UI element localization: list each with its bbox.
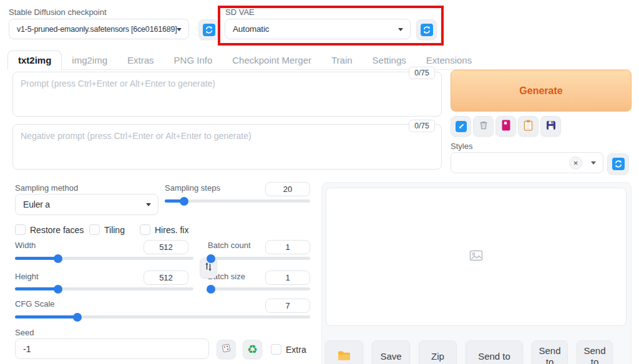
cfg-scale-slider[interactable] xyxy=(15,315,310,318)
chevron-down-icon xyxy=(146,203,151,206)
apply-style-button[interactable] xyxy=(518,116,539,136)
send-to-img2img-button[interactable]: Send to xyxy=(466,340,523,364)
paste-params-button[interactable] xyxy=(451,116,471,136)
sampling-steps-input[interactable] xyxy=(265,182,310,196)
chevron-down-icon xyxy=(177,28,182,31)
batch-count-input[interactable] xyxy=(265,240,310,254)
tab-txt2img[interactable]: txt2img xyxy=(7,50,62,70)
tiling-checkbox[interactable] xyxy=(89,224,100,235)
image-preview-area[interactable] xyxy=(326,188,627,326)
image-placeholder-icon xyxy=(469,249,483,265)
reuse-seed-button[interactable]: ♻ xyxy=(243,340,262,359)
extra-seed-checkbox-row[interactable]: Extra xyxy=(271,344,306,355)
width-label: Width xyxy=(15,241,36,250)
slider-thumb[interactable] xyxy=(180,197,188,206)
random-seed-button[interactable] xyxy=(217,340,236,359)
clipboard-icon xyxy=(524,120,533,133)
refresh-icon xyxy=(203,24,215,36)
dice-icon xyxy=(221,343,232,356)
chevron-down-icon xyxy=(591,161,596,165)
tiling-checkbox-row[interactable]: Tiling xyxy=(89,224,125,235)
restore-faces-checkbox-row[interactable]: Restore faces xyxy=(15,224,84,235)
save-button[interactable]: Save xyxy=(372,340,410,364)
tiling-label: Tiling xyxy=(104,225,125,235)
seed-label: Seed xyxy=(15,328,34,337)
negative-prompt-token-counter: 0/75 xyxy=(409,120,435,132)
extra-networks-card-icon xyxy=(502,120,510,133)
restore-faces-checkbox[interactable] xyxy=(15,224,26,235)
batch-size-input[interactable] xyxy=(265,271,310,285)
tab-train[interactable]: Train xyxy=(321,50,363,69)
vae-label: SD VAE xyxy=(225,7,255,17)
height-input[interactable] xyxy=(144,271,188,285)
output-gallery-panel: Save Zip Send to Send to Send to xyxy=(321,182,632,364)
sampling-method-dropdown[interactable]: Euler a xyxy=(15,194,159,215)
sampling-steps-label: Sampling steps xyxy=(165,183,220,193)
batch-count-slider[interactable] xyxy=(208,257,310,260)
hires-fix-checkbox[interactable] xyxy=(140,224,150,235)
refresh-styles-button[interactable] xyxy=(607,153,629,175)
prompt-token-counter: 0/75 xyxy=(409,67,435,79)
tab-checkpoint-merger[interactable]: Checkpoint Merger xyxy=(222,50,321,69)
gallery-button-row: Save Zip Send to Send to Send to xyxy=(325,340,613,364)
slider-thumb[interactable] xyxy=(207,254,215,263)
refresh-icon xyxy=(612,158,625,170)
prompt-input[interactable] xyxy=(12,72,442,117)
extra-seed-checkbox[interactable] xyxy=(271,344,281,355)
slider-thumb[interactable] xyxy=(73,313,82,322)
folder-icon xyxy=(338,350,351,363)
height-label: Height xyxy=(15,272,39,281)
tab-settings[interactable]: Settings xyxy=(363,50,416,69)
sampling-method-label: Sampling method xyxy=(15,183,78,193)
batch-count-label: Batch count xyxy=(208,241,251,250)
slider-thumb[interactable] xyxy=(207,285,215,294)
arrow-down-left-icon xyxy=(456,121,467,132)
width-slider[interactable] xyxy=(15,257,193,260)
zip-button[interactable]: Zip xyxy=(419,340,457,364)
cfg-scale-input[interactable] xyxy=(265,299,310,313)
slider-fill xyxy=(15,287,58,290)
save-style-button[interactable] xyxy=(540,116,561,136)
clear-prompt-button[interactable] xyxy=(473,116,494,136)
extra-networks-button[interactable] xyxy=(495,116,516,136)
height-slider[interactable] xyxy=(15,287,193,290)
styles-dropdown[interactable]: × xyxy=(451,152,603,173)
trash-icon xyxy=(478,120,489,133)
recycle-icon: ♻ xyxy=(247,343,258,355)
swap-dimensions-icon xyxy=(204,262,213,274)
open-folder-button[interactable] xyxy=(325,340,363,364)
refresh-checkpoint-button[interactable] xyxy=(198,19,219,40)
tab-img2img[interactable]: img2img xyxy=(62,50,117,69)
seed-input[interactable] xyxy=(15,338,209,359)
restore-faces-label: Restore faces xyxy=(30,225,84,235)
styles-label: Styles xyxy=(451,141,472,151)
width-input[interactable] xyxy=(144,240,188,254)
hires-fix-label: Hires. fix xyxy=(155,225,188,235)
vae-value: Automatic xyxy=(233,24,269,34)
generate-button[interactable]: Generate xyxy=(451,70,632,112)
sampling-method-value: Euler a xyxy=(23,199,50,209)
sd-webui-app: Stable Diffusion checkpoint v1-5-pruned-… xyxy=(0,0,639,364)
refresh-vae-button[interactable] xyxy=(416,19,437,40)
send-to-inpaint-button[interactable]: Send to xyxy=(532,340,568,364)
negative-prompt-input[interactable] xyxy=(12,124,442,170)
tab-png-info[interactable]: PNG Info xyxy=(164,50,223,69)
extra-seed-label: Extra xyxy=(286,345,306,355)
send-to-extras-button[interactable]: Send to xyxy=(577,340,613,364)
slider-fill xyxy=(15,257,58,260)
cfg-scale-label: CFG Scale xyxy=(15,299,55,309)
floppy-disk-icon xyxy=(546,120,556,133)
main-tab-bar: txt2img img2img Extras PNG Info Checkpoi… xyxy=(7,50,632,70)
batch-size-slider[interactable] xyxy=(208,287,310,290)
checkpoint-dropdown[interactable]: v1-5-pruned-emaonly.safetensors [6ce0161… xyxy=(9,19,189,39)
slider-thumb[interactable] xyxy=(54,254,62,263)
slider-fill xyxy=(15,315,77,318)
checkpoint-label: Stable Diffusion checkpoint xyxy=(9,7,107,17)
clear-styles-icon[interactable]: × xyxy=(569,156,582,170)
slider-thumb[interactable] xyxy=(54,285,62,294)
hires-fix-checkbox-row[interactable]: Hires. fix xyxy=(140,224,188,235)
sampling-steps-slider[interactable] xyxy=(165,199,310,203)
vae-dropdown[interactable]: Automatic xyxy=(225,19,411,39)
refresh-icon xyxy=(421,24,433,36)
tab-extras[interactable]: Extras xyxy=(117,50,164,69)
